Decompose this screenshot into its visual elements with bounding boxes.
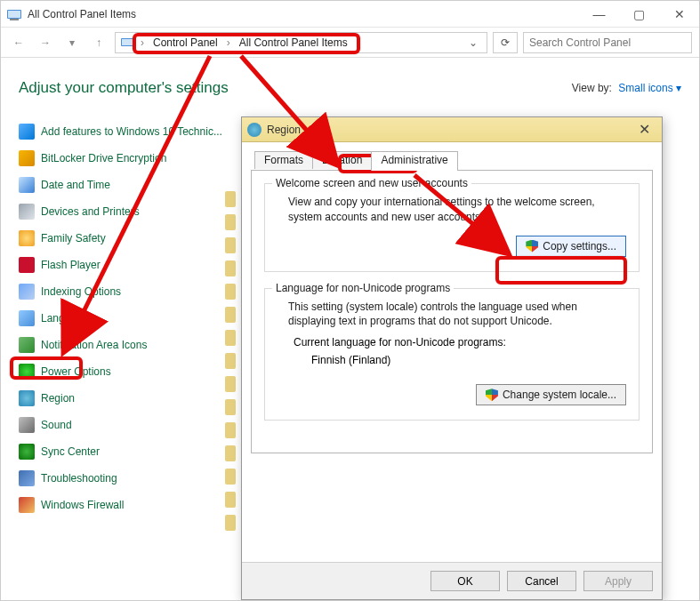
cp-item-label: Region xyxy=(41,392,75,405)
cp-item-label: Language xyxy=(41,312,88,325)
control-panel-icon xyxy=(6,6,22,22)
search-input[interactable] xyxy=(524,36,691,49)
close-button[interactable]: ✕ xyxy=(659,1,699,28)
svg-rect-2 xyxy=(10,19,19,20)
trouble-icon xyxy=(19,470,35,486)
view-by: View by: Small icons xyxy=(572,82,681,94)
ok-button[interactable]: OK xyxy=(430,571,500,591)
nonunicode-group-title: Language for non-Unicode programs xyxy=(272,282,454,294)
refresh-button[interactable]: ⟳ xyxy=(493,32,518,53)
maximize-button[interactable]: ▢ xyxy=(619,1,659,28)
power-icon xyxy=(19,364,35,380)
change-locale-button[interactable]: Change system locale... xyxy=(476,384,626,405)
view-by-label: View by: xyxy=(572,82,612,94)
idx-icon xyxy=(19,284,35,300)
cp-item-flash-player[interactable]: Flash Player xyxy=(19,255,232,275)
dev-icon xyxy=(19,204,35,220)
cp-items-column: Add features to Windows 10 Technic...Bit… xyxy=(19,122,232,515)
cp-item-devices-and-printers[interactable]: Devices and Printers xyxy=(19,202,232,221)
cp-item-power-options[interactable]: Power Options xyxy=(19,362,232,381)
breadcrumb-sep-icon: › xyxy=(225,36,232,49)
dialog-title: Region xyxy=(267,124,632,136)
minimize-button[interactable]: — xyxy=(579,1,619,28)
breadcrumb[interactable]: › Control Panel › All Control Panel Item… xyxy=(115,32,487,53)
cp-item-add-features-to-windows-10-technic[interactable]: Add features to Windows 10 Technic... xyxy=(19,122,232,141)
recent-dropdown[interactable]: ▾ xyxy=(61,32,83,53)
tab-panel: Welcome screen and new user accounts Vie… xyxy=(251,171,653,453)
cp-item-region[interactable]: Region xyxy=(19,389,232,408)
region-dialog: Region ✕ Formats Location Administrative… xyxy=(241,116,663,600)
cp-item-label: Power Options xyxy=(41,365,111,378)
flash-icon xyxy=(19,257,35,273)
welcome-group-title: Welcome screen and new user accounts xyxy=(272,177,471,189)
cp-item-label: Windows Firewall xyxy=(41,499,124,511)
view-by-link[interactable]: Small icons xyxy=(618,82,681,94)
date-icon xyxy=(19,177,35,193)
window-titlebar: All Control Panel Items — ▢ ✕ xyxy=(1,1,699,28)
tab-administrative[interactable]: Administrative xyxy=(371,151,457,171)
breadcrumb-dropdown-icon[interactable]: ⌄ xyxy=(463,36,483,49)
adjacent-column-hint xyxy=(225,191,236,531)
cp-item-bitlocker-drive-encryption[interactable]: BitLocker Drive Encryption xyxy=(19,148,232,168)
cp-item-indexing-options[interactable]: Indexing Options xyxy=(19,282,232,301)
nonunicode-group: Language for non-Unicode programs This s… xyxy=(264,288,640,421)
cp-item-windows-firewall[interactable]: Windows Firewall xyxy=(19,495,232,515)
cp-item-date-and-time[interactable]: Date and Time xyxy=(19,175,232,195)
cp-item-label: Date and Time xyxy=(41,179,110,191)
uac-shield-icon xyxy=(486,389,498,401)
current-lang-value: Finnish (Finland) xyxy=(278,350,626,373)
window-title: All Control Panel Items xyxy=(28,8,579,20)
cp-item-sync-center[interactable]: Sync Center xyxy=(19,442,232,461)
copy-settings-label: Copy settings... xyxy=(543,240,616,252)
cp-item-label: Add features to Windows 10 Technic... xyxy=(41,125,222,138)
current-lang-label: Current language for non-Unicode program… xyxy=(278,329,626,350)
breadcrumb-sep-icon: › xyxy=(355,36,362,49)
cp-item-label: Troubleshooting xyxy=(41,472,117,485)
dialog-tabs: Formats Location Administrative xyxy=(251,151,653,171)
cp-item-label: Indexing Options xyxy=(41,285,121,298)
cp-item-label: Family Safety xyxy=(41,232,106,244)
up-button[interactable]: ↑ xyxy=(88,32,109,53)
tab-location[interactable]: Location xyxy=(312,151,372,169)
control-panel-small-icon xyxy=(119,35,135,51)
fam-icon xyxy=(19,230,35,246)
cp-item-label: Notification Area Icons xyxy=(41,339,147,351)
tab-formats[interactable]: Formats xyxy=(254,151,313,169)
dialog-close-button[interactable]: ✕ xyxy=(632,121,656,139)
welcome-group-desc: View and copy your international setting… xyxy=(278,195,626,225)
add-icon xyxy=(19,124,35,140)
svg-rect-4 xyxy=(122,39,133,45)
bit-icon xyxy=(19,150,35,166)
cp-item-label: Flash Player xyxy=(41,259,101,271)
copy-settings-button[interactable]: Copy settings... xyxy=(516,236,626,257)
breadcrumb-seg-1[interactable]: All Control Panel Items xyxy=(234,35,353,51)
cp-item-troubleshooting[interactable]: Troubleshooting xyxy=(19,469,232,488)
cp-item-label: Sound xyxy=(41,419,72,431)
cp-item-notification-area-icons[interactable]: Notification Area Icons xyxy=(19,335,232,355)
sync-icon xyxy=(19,444,35,460)
cp-item-sound[interactable]: Sound xyxy=(19,415,232,435)
svg-rect-1 xyxy=(8,11,20,18)
apply-button[interactable]: Apply xyxy=(583,571,653,591)
nonunicode-group-desc: This setting (system locale) controls th… xyxy=(278,300,626,330)
back-button[interactable]: ← xyxy=(8,32,29,53)
breadcrumb-seg-0[interactable]: Control Panel xyxy=(148,35,223,51)
cancel-button[interactable]: Cancel xyxy=(507,571,576,591)
globe-icon xyxy=(247,123,261,137)
cp-item-label: BitLocker Drive Encryption xyxy=(41,152,166,164)
breadcrumb-sep-icon: › xyxy=(139,36,146,49)
welcome-group: Welcome screen and new user accounts Vie… xyxy=(264,183,640,272)
sound-icon xyxy=(19,417,35,433)
cp-item-label: Sync Center xyxy=(41,445,100,458)
cp-item-family-safety[interactable]: Family Safety xyxy=(19,228,232,248)
fire-icon xyxy=(19,497,35,513)
address-toolbar: ← → ▾ ↑ › Control Panel › All Control Pa… xyxy=(1,28,699,58)
dialog-footer: OK Cancel Apply xyxy=(242,562,662,599)
cp-item-language[interactable]: Language xyxy=(19,309,232,328)
page-heading: Adjust your computer's settings xyxy=(19,79,229,97)
forward-button[interactable]: → xyxy=(35,32,56,53)
uac-shield-icon xyxy=(526,240,538,252)
search-box[interactable] xyxy=(523,32,692,53)
dialog-titlebar: Region ✕ xyxy=(242,117,662,142)
cp-item-label: Devices and Printers xyxy=(41,205,140,218)
